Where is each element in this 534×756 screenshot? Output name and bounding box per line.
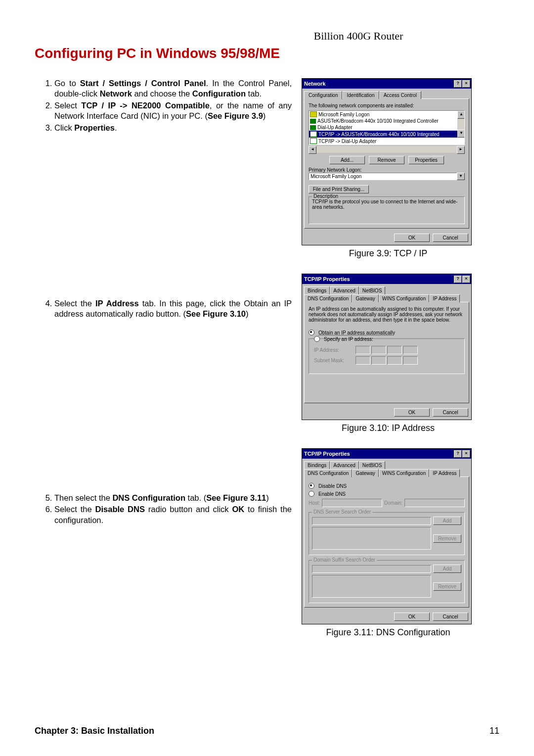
ok-button[interactable]: OK (394, 234, 430, 242)
components-list[interactable]: Microsoft Family LogonASUSTeK/Broadcom 4… (309, 110, 465, 145)
tcpip-dialog-dns: TCP/IP Properties ? × BindingsAdvancedNe… (302, 448, 472, 624)
component-icon (310, 131, 317, 137)
file-print-sharing-button[interactable]: File and Print Sharing... (309, 185, 369, 193)
disable-dns-radio[interactable]: Disable DNS (309, 483, 465, 489)
step-item: Select TCP / IP -> NE2000 Compatible, or… (54, 100, 292, 122)
header-product: Billion 400G Router (218, 30, 499, 43)
tab-gateway[interactable]: Gateway (352, 294, 378, 302)
obtain-ip-radio[interactable]: Obtain an IP address automatically (309, 330, 465, 335)
tab-netbios[interactable]: NetBIOS (359, 461, 385, 469)
step-item: Select the Disable DNS radio button and … (54, 504, 292, 525)
close-icon[interactable]: × (462, 450, 470, 458)
scroll-left-icon[interactable]: ◄ (309, 146, 316, 154)
close-icon[interactable]: × (462, 80, 470, 88)
component-icon (310, 111, 317, 117)
host-input (322, 499, 382, 507)
remove-button: Remove (433, 534, 461, 543)
tab-configuration[interactable]: Configuration (304, 91, 342, 99)
help-icon[interactable]: ? (454, 276, 462, 283)
tab-wins-configuration[interactable]: WINS Configuration (379, 469, 429, 477)
tab-access-control[interactable]: Access Control (379, 91, 421, 99)
primary-logon-label: Primary Network Logon: (309, 167, 465, 173)
domain-label: Domain: (384, 500, 402, 506)
steps-list-1: Go to Start / Settings / Control Panel. … (35, 78, 292, 133)
subnet-mask-label: Subnet Mask: (314, 358, 354, 363)
description-group: Description TCP/IP is the protocol you u… (309, 196, 465, 224)
ok-button[interactable]: OK (394, 408, 430, 417)
ip-description: An IP address can be automatically assig… (309, 306, 465, 323)
remove-button[interactable]: Remove (369, 156, 404, 164)
help-icon[interactable]: ? (454, 80, 462, 88)
scroll-down-icon[interactable]: ▼ (457, 130, 465, 138)
enable-dns-radio[interactable]: Enable DNS (309, 491, 465, 497)
tab-identification[interactable]: Identification (342, 91, 379, 99)
dialog-title: TCP/IP Properties (304, 451, 350, 457)
properties-button[interactable]: Properties (408, 156, 444, 164)
tab-dns-configuration[interactable]: DNS Configuration (304, 469, 352, 477)
figure-caption: Figure 3.10: IP Address (302, 423, 475, 433)
ok-button[interactable]: OK (394, 613, 430, 621)
tab-ip-address[interactable]: IP Address (429, 469, 460, 477)
dns-search-order: DNS Server Search Order Add Remove (309, 512, 465, 555)
add-button: Add (433, 565, 461, 573)
cancel-button[interactable]: Cancel (433, 408, 468, 417)
section-title: Configuring PC in Windows 95/98/ME (35, 46, 499, 61)
step-item: Select the IP Address tab. In this page,… (54, 298, 292, 320)
cancel-button[interactable]: Cancel (433, 613, 468, 621)
tab-advanced[interactable]: Advanced (330, 286, 358, 294)
network-dialog: Network ? × ConfigurationIdentificationA… (302, 78, 472, 245)
chevron-down-icon[interactable]: ▼ (457, 173, 465, 180)
ip-address-input (356, 346, 418, 354)
host-label: Host: (309, 500, 320, 506)
cancel-button[interactable]: Cancel (433, 234, 468, 242)
tab-bindings[interactable]: Bindings (304, 461, 330, 469)
ip-address-label: IP Address: (314, 347, 354, 353)
step-item: Click Properties. (54, 123, 292, 133)
tab-bindings[interactable]: Bindings (304, 286, 330, 294)
chapter-label: Chapter 3: Basic Installation (35, 726, 154, 736)
list-item[interactable]: ASUSTeK/Broadcom 440x 10/100 Integrated … (309, 118, 464, 124)
page-number: 11 (490, 726, 499, 736)
list-item[interactable]: Microsoft Family Logon (309, 111, 464, 118)
step-item: Go to Start / Settings / Control Panel. … (54, 78, 292, 99)
tab-gateway[interactable]: Gateway (352, 469, 378, 477)
tab-wins-configuration[interactable]: WINS Configuration (379, 294, 429, 302)
close-icon[interactable]: × (462, 276, 470, 283)
list-item[interactable]: TCP/IP -> Dial-Up Adapter (309, 138, 464, 144)
specify-ip-radio[interactable]: Specify an IP address: (314, 336, 459, 342)
remove-button: Remove (433, 582, 461, 591)
components-label: The following network components are ins… (309, 103, 465, 108)
add-button[interactable]: Add... (329, 156, 365, 164)
component-icon (310, 138, 317, 144)
dialog-title: TCP/IP Properties (304, 276, 350, 282)
list-item[interactable]: TCP/IP -> ASUSTeK/Broadcom 440x 10/100 I… (309, 131, 464, 138)
domain-suffix-order: Domain Suffix Search Order Add Remove (309, 560, 465, 603)
domain-input (404, 499, 465, 507)
step-item: Then select the DNS Configuration tab. (… (54, 493, 292, 503)
figure-caption: Figure 3.11: DNS Configuration (302, 627, 475, 638)
steps-list-3: Then select the DNS Configuration tab. (… (35, 493, 292, 525)
subnet-mask-input (356, 356, 418, 365)
figure-caption: Figure 3.9: TCP / IP (302, 248, 475, 259)
tab-netbios[interactable]: NetBIOS (359, 286, 385, 294)
scroll-up-icon[interactable]: ▲ (457, 111, 465, 119)
list-item[interactable]: Dial-Up Adapter (309, 124, 464, 131)
tab-advanced[interactable]: Advanced (330, 461, 358, 469)
scroll-right-icon[interactable]: ► (457, 146, 465, 154)
primary-logon-dropdown[interactable]: Microsoft Family Logon ▼ (309, 173, 465, 180)
component-icon (310, 119, 316, 124)
tcpip-dialog-ip: TCP/IP Properties ? × BindingsAdvancedNe… (302, 274, 472, 420)
dialog-title: Network (304, 81, 325, 87)
tab-dns-configuration[interactable]: DNS Configuration (304, 294, 352, 302)
add-button: Add (433, 517, 461, 525)
help-icon[interactable]: ? (454, 450, 462, 458)
component-icon (310, 125, 316, 130)
tab-ip-address[interactable]: IP Address (429, 294, 460, 303)
steps-list-2: Select the IP Address tab. In this page,… (35, 298, 292, 320)
